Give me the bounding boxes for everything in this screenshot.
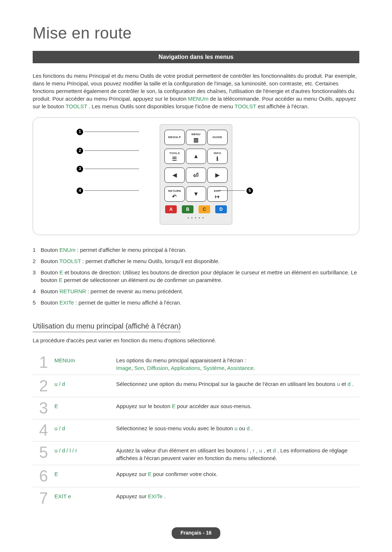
step-number: 4 [33, 422, 54, 438]
step-row: 1MENUmLes options du menu principal appa… [33, 351, 359, 375]
sub-note: La procédure d'accès peut varier en fonc… [33, 337, 359, 344]
remote-dots: • • • • • [164, 215, 228, 221]
definition-list: 1Bouton ENUm : permet d'afficher le menu… [33, 246, 359, 306]
callout-5: 5 [246, 188, 253, 194]
tools-icon: ☰ [172, 156, 177, 161]
color-a-button: A [165, 205, 177, 213]
steps-table: 1MENUmLes options du menu principal appa… [33, 351, 359, 509]
definition-item: 2Bouton TOOLST : permet d'afficher le me… [33, 257, 359, 265]
remote-diagram: 1 2 3 4 5 MEDIA.P MENU▥ GUIDE TOOLS☰ ▲ I… [33, 117, 359, 235]
step-action: u / d [54, 378, 116, 388]
down-arrow-button: ▼ [186, 186, 206, 202]
page-title: Mise en route [33, 22, 359, 44]
down-arrow-icon: ▼ [193, 191, 199, 197]
step-action: E [54, 468, 116, 478]
keyword-tools-2: TOOLST [234, 103, 256, 109]
page-footer: Français - 16 [33, 527, 359, 539]
step-description: Les options du menu principal apparaisse… [116, 354, 359, 372]
enter-button: ⏎ [186, 168, 206, 183]
section-bar: Navigation dans les menus [33, 51, 359, 63]
info-button: INFOℹ [207, 149, 228, 164]
color-c-button: C [199, 205, 210, 213]
step-number: 1 [33, 354, 54, 370]
step-description: Appuyez sur E pour confirmer votre choix… [116, 468, 359, 478]
step-number: 7 [33, 490, 54, 506]
step-action: u / d / l / r [54, 444, 116, 454]
callout-2: 2 [77, 148, 83, 154]
step-action: E [54, 400, 116, 410]
step-row: 4u / dSélectionnez le sous-menu voulu av… [33, 419, 359, 441]
callout-4: 4 [77, 188, 83, 194]
step-row: 7EXIT eAppuyez sur EXITe . [33, 487, 359, 509]
step-row: 6EAppuyez sur E pour confirmer votre cho… [33, 465, 359, 487]
step-description: Appuyez sur le bouton E pour accéder aux… [116, 400, 359, 410]
left-arrow-icon: ◀ [172, 172, 177, 178]
color-b-button: B [182, 205, 193, 213]
definition-item: 5Bouton EXITe : permet de quitter le men… [33, 299, 359, 306]
step-number: 3 [33, 400, 54, 416]
step-number: 2 [33, 378, 54, 394]
step-number: 6 [33, 468, 54, 484]
guide-button: GUIDE [207, 130, 228, 145]
footer-badge: Français - 16 [172, 527, 220, 539]
return-icon: ↶ [172, 194, 177, 199]
step-action: u / d [54, 422, 116, 432]
sub-heading: Utilisation du menu principal (affiché à… [33, 321, 181, 332]
media-p-button: MEDIA.P [164, 130, 185, 145]
left-arrow-button: ◀ [164, 168, 185, 183]
definition-item: 1Bouton ENUm : permet d'afficher le menu… [33, 246, 359, 254]
step-description: Sélectionnez le sous-menu voulu avec le … [116, 422, 359, 432]
menu-button: MENU▥ [186, 130, 206, 145]
return-button: RETURN↶ [164, 186, 185, 202]
step-action: EXIT e [54, 490, 116, 500]
step-description: Ajustez la valeur d'un élément en utilis… [116, 444, 359, 462]
enter-icon: ⏎ [193, 172, 199, 179]
right-arrow-button: ▶ [207, 168, 228, 183]
color-d-button: D [215, 205, 227, 213]
menu-icon: ▥ [193, 137, 199, 142]
definition-item: 4Bouton RETURNR : permet de revenir au m… [33, 287, 359, 295]
step-row: 3EAppuyez sur le bouton E pour accéder a… [33, 397, 359, 419]
step-row: 2u / dSélectionnez une option du menu Pr… [33, 375, 359, 397]
exit-icon: ↦ [215, 194, 220, 199]
tools-button: TOOLS☰ [164, 149, 185, 164]
info-icon: ℹ [216, 156, 219, 161]
definition-item: 3Bouton E et boutons de direction: Utili… [33, 269, 359, 284]
keyword-tools: TOOLST [66, 103, 87, 109]
step-number: 5 [33, 444, 54, 460]
callout-1: 1 [77, 129, 83, 135]
step-description: Appuyez sur EXITe . [116, 490, 359, 500]
step-action: MENUm [54, 354, 116, 364]
up-arrow-button: ▲ [186, 149, 206, 164]
callout-3: 3 [77, 166, 83, 172]
intro-paragraph: Les fonctions du menu Principal et du me… [33, 72, 359, 110]
step-row: 5u / d / l / rAjustez la valeur d'un élé… [33, 441, 359, 465]
keyword-menu: MENUm [188, 96, 209, 102]
step-description: Sélectionnez une option du menu Principa… [116, 378, 359, 388]
right-arrow-icon: ▶ [215, 172, 220, 178]
up-arrow-icon: ▲ [193, 153, 199, 159]
remote-body: MEDIA.P MENU▥ GUIDE TOOLS☰ ▲ INFOℹ ◀ ⏎ ▶… [160, 124, 232, 225]
